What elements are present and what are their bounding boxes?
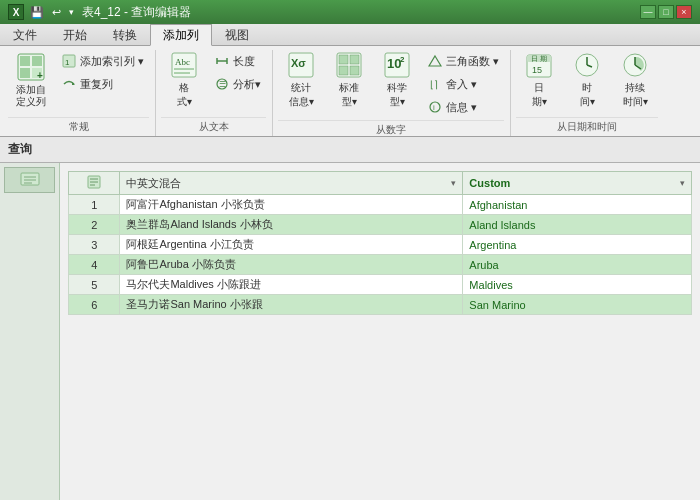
svg-rect-23 xyxy=(339,66,348,75)
cell-custom: Aland Islands xyxy=(463,215,692,235)
cell-mixed: 阿富汗Afghanistan 小张负责 xyxy=(120,195,463,215)
stats-button[interactable]: Xσ 统计信息▾ xyxy=(278,50,324,110)
svg-text:⌊⌉: ⌊⌉ xyxy=(430,79,438,90)
cell-mixed: 阿鲁巴Aruba 小陈负责 xyxy=(120,255,463,275)
duration-button[interactable]: 持续时间▾ xyxy=(612,50,658,110)
tab-transform[interactable]: 转换 xyxy=(100,24,150,45)
col-header-custom[interactable]: Custom ▾ xyxy=(463,172,692,195)
col-custom-dropdown[interactable]: ▾ xyxy=(680,178,685,188)
group-fromtext-label: 从文本 xyxy=(161,117,266,136)
tab-addcol[interactable]: 添加列 xyxy=(150,24,212,46)
svg-text:1: 1 xyxy=(65,58,70,67)
time-button[interactable]: 时间▾ xyxy=(564,50,610,110)
col-header-mixed[interactable]: 中英文混合 ▾ xyxy=(120,172,463,195)
col-header-num xyxy=(69,172,120,195)
svg-rect-1 xyxy=(20,56,30,66)
tab-file[interactable]: 文件 xyxy=(0,24,50,45)
window-title: 表4_12 - 查询编辑器 xyxy=(82,4,640,21)
cell-custom: Maldives xyxy=(463,275,692,295)
cell-custom: Afghanistan xyxy=(463,195,692,215)
tab-start[interactable]: 开始 xyxy=(50,24,100,45)
table-row: 3阿根廷Argentina 小江负责Argentina xyxy=(69,235,692,255)
cell-custom: Aruba xyxy=(463,255,692,275)
cell-custom: San Marino xyxy=(463,295,692,315)
title-bar: X 💾 ↩ ▾ 表4_12 - 查询编辑器 — □ × xyxy=(0,0,700,24)
minimize-button[interactable]: — xyxy=(640,5,656,19)
app-icon: X xyxy=(8,4,24,20)
science-label: 科学型▾ xyxy=(387,81,407,109)
science-button[interactable]: 10 2 科学型▾ xyxy=(374,50,420,110)
data-table: 中英文混合 ▾ Custom ▾ 1阿富汗Afghanistan 小张负责Afg… xyxy=(68,171,692,315)
trig-button[interactable]: 三角函数 ▾ xyxy=(422,50,504,72)
col-mixed-dropdown[interactable]: ▾ xyxy=(451,178,456,188)
maximize-button[interactable]: □ xyxy=(658,5,674,19)
cell-num: 6 xyxy=(69,295,120,315)
svg-point-30 xyxy=(430,102,440,112)
cell-num: 3 xyxy=(69,235,120,255)
group-fromnumber: Xσ 统计信息▾ 标准型▾ xyxy=(274,50,511,136)
table-row: 1阿富汗Afghanistan 小张负责Afghanistan xyxy=(69,195,692,215)
length-button[interactable]: 长度 xyxy=(209,50,266,72)
add-custom-label: 添加自定义列 xyxy=(16,84,46,108)
cell-custom: Argentina xyxy=(463,235,692,255)
table-area: 中英文混合 ▾ Custom ▾ 1阿富汗Afghanistan 小张负责Afg… xyxy=(60,163,700,500)
group-normal: + 添加自定义列 1 添加索引列 ▾ xyxy=(4,50,156,136)
ribbon: + 添加自定义列 1 添加索引列 ▾ xyxy=(0,46,700,137)
table-row: 2奥兰群岛Aland Islands 小林负Aland Islands xyxy=(69,215,692,235)
svg-rect-22 xyxy=(350,55,359,64)
main-area: 中英文混合 ▾ Custom ▾ 1阿富汗Afghanistan 小张负责Afg… xyxy=(0,163,700,500)
svg-text:☰: ☰ xyxy=(219,80,226,89)
quick-access-save[interactable]: 💾 xyxy=(30,6,44,19)
svg-text:Abc: Abc xyxy=(175,57,190,67)
close-button[interactable]: × xyxy=(676,5,692,19)
query-item[interactable] xyxy=(4,167,55,193)
standard-label: 标准型▾ xyxy=(339,81,359,109)
group-fromnumber-label: 从数字 xyxy=(278,120,504,139)
date-button[interactable]: 日 期 15 日期▾ xyxy=(516,50,562,110)
standard-button[interactable]: 标准型▾ xyxy=(326,50,372,110)
svg-marker-28 xyxy=(429,56,441,66)
svg-text:+: + xyxy=(37,70,43,81)
repeat-col-button[interactable]: 重复列 xyxy=(56,73,149,95)
stats-label: 统计信息▾ xyxy=(289,81,314,109)
add-index-button[interactable]: 1 添加索引列 ▾ xyxy=(56,50,149,72)
group-fromtext: Abc 格式▾ 长度 xyxy=(157,50,273,136)
analyze-button[interactable]: ☰ 分析▾ xyxy=(209,73,266,95)
tab-view[interactable]: 视图 xyxy=(212,24,262,45)
query-section-header: 查询 xyxy=(0,137,700,163)
svg-marker-8 xyxy=(72,82,75,85)
format-button[interactable]: Abc 格式▾ xyxy=(161,50,207,110)
svg-rect-24 xyxy=(350,66,359,75)
quick-access-undo[interactable]: ↩ xyxy=(52,6,61,19)
add-custom-col-button[interactable]: + 添加自定义列 xyxy=(8,50,54,110)
window-controls: — □ × xyxy=(640,5,692,19)
svg-text:i: i xyxy=(433,103,435,112)
round-button[interactable]: ⌊⌉ 舍入 ▾ xyxy=(422,73,504,95)
time-label: 时间▾ xyxy=(580,81,595,109)
quick-access-dropdown[interactable]: ▾ xyxy=(69,7,74,17)
info-button[interactable]: i 信息 ▾ xyxy=(422,96,504,118)
group-fromdatetime-label: 从日期和时间 xyxy=(516,117,658,136)
date-label: 日期▾ xyxy=(532,81,547,109)
cell-num: 4 xyxy=(69,255,120,275)
format-label: 格式▾ xyxy=(177,81,192,109)
group-normal-label: 常规 xyxy=(8,117,149,136)
table-row: 6圣马力诺San Marino 小张跟San Marino xyxy=(69,295,692,315)
svg-text:Xσ: Xσ xyxy=(291,57,306,69)
cell-mixed: 奥兰群岛Aland Islands 小林负 xyxy=(120,215,463,235)
ribbon-tabs: 文件 开始 转换 添加列 视图 xyxy=(0,24,700,46)
svg-text:2: 2 xyxy=(400,55,405,64)
table-row: 4阿鲁巴Aruba 小陈负责Aruba xyxy=(69,255,692,275)
svg-text:15: 15 xyxy=(532,65,542,75)
cell-num: 5 xyxy=(69,275,120,295)
group-fromdatetime: 日 期 15 日期▾ 时间▾ xyxy=(512,50,664,136)
svg-rect-3 xyxy=(20,68,30,78)
duration-label: 持续时间▾ xyxy=(623,81,648,109)
table-row: 5马尔代夫Maldives 小陈跟进Maldives xyxy=(69,275,692,295)
cell-mixed: 圣马力诺San Marino 小张跟 xyxy=(120,295,463,315)
cell-mixed: 马尔代夫Maldives 小陈跟进 xyxy=(120,275,463,295)
svg-rect-21 xyxy=(339,55,348,64)
svg-text:日  期: 日 期 xyxy=(531,55,547,62)
cell-num: 2 xyxy=(69,215,120,235)
cell-num: 1 xyxy=(69,195,120,215)
